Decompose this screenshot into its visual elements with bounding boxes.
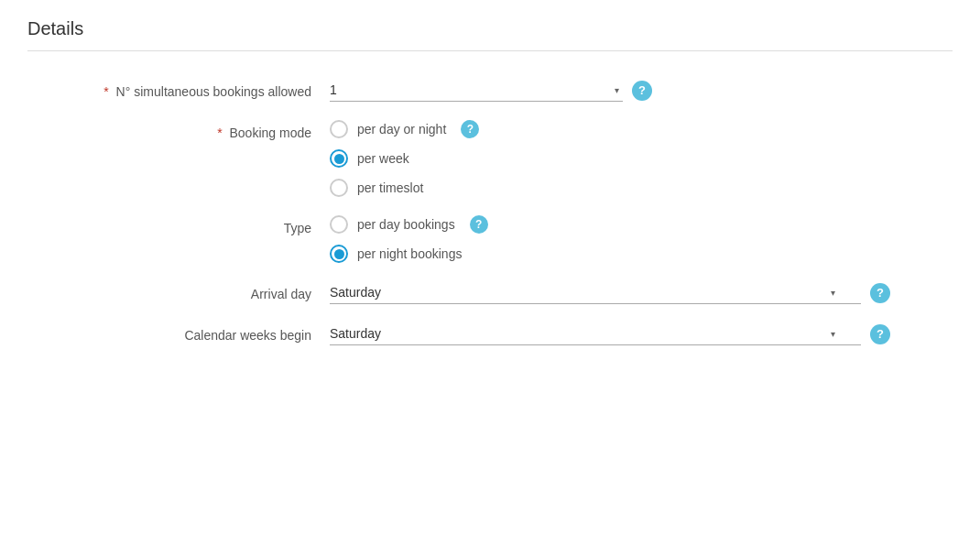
booking-mode-option-per-timeslot[interactable]: per timeslot [330,179,953,197]
simultaneous-bookings-field: 1 2 3 ▾ ? [330,79,953,102]
radio-per-day-bookings[interactable] [330,215,348,234]
radio-per-timeslot-label: per timeslot [357,180,423,195]
arrival-day-help-icon[interactable]: ? [870,283,890,303]
booking-mode-label: * Booking mode [27,120,330,140]
arrival-day-select[interactable]: Saturday Monday Tuesday Wednesday Thursd… [330,281,861,304]
booking-mode-row: * Booking mode per day or night ? per we… [27,120,953,197]
simultaneous-bookings-select[interactable]: 1 2 3 [330,79,623,102]
arrival-day-select-wrapper: Saturday Monday Tuesday Wednesday Thursd… [330,281,861,304]
per-day-bookings-help-icon[interactable]: ? [470,215,488,234]
radio-per-day-or-night-label: per day or night [357,122,446,136]
radio-per-timeslot[interactable] [330,179,348,197]
page-container: Details * N° simultaneous bookings allow… [0,0,980,382]
radio-per-day-or-night[interactable] [330,120,348,138]
calendar-weeks-select[interactable]: Saturday Monday Tuesday Wednesday Thursd… [330,322,861,345]
type-radio-group: per day bookings ? per night bookings [330,215,953,263]
type-label: Type [27,215,330,235]
arrival-day-label: Arrival day [27,281,330,301]
type-option-per-night-bookings[interactable]: per night bookings [330,245,953,263]
type-row: Type per day bookings ? per night bookin… [27,215,953,263]
radio-per-night-bookings-label: per night bookings [357,246,462,261]
simultaneous-bookings-row: * N° simultaneous bookings allowed 1 2 3… [27,79,953,102]
radio-per-day-bookings-label: per day bookings [357,217,455,232]
type-field: per day bookings ? per night bookings [330,215,953,263]
calendar-weeks-label: Calendar weeks begin [27,322,330,343]
radio-per-week[interactable] [330,149,348,168]
simultaneous-bookings-label: * N° simultaneous bookings allowed [27,79,330,99]
type-option-per-day-bookings[interactable]: per day bookings ? [330,215,953,234]
arrival-day-row: Arrival day Saturday Monday Tuesday Wedn… [27,281,953,304]
booking-mode-option-per-day-or-night[interactable]: per day or night ? [330,120,953,138]
radio-per-night-bookings[interactable] [330,245,348,263]
per-day-or-night-help-icon[interactable]: ? [461,120,479,138]
calendar-weeks-row: Calendar weeks begin Saturday Monday Tue… [27,322,953,345]
calendar-weeks-help-icon[interactable]: ? [870,324,890,344]
simultaneous-bookings-help-icon[interactable]: ? [632,81,652,101]
booking-mode-radio-group: per day or night ? per week per timeslot [330,120,953,197]
booking-mode-option-per-week[interactable]: per week [330,149,953,168]
required-star-2: * [217,126,222,140]
calendar-weeks-select-wrapper: Saturday Monday Tuesday Wednesday Thursd… [330,322,861,345]
required-star: * [103,84,108,99]
radio-per-week-label: per week [357,151,409,166]
page-title: Details [27,18,953,51]
calendar-weeks-field: Saturday Monday Tuesday Wednesday Thursd… [330,322,953,345]
arrival-day-field: Saturday Monday Tuesday Wednesday Thursd… [330,281,953,304]
booking-mode-field: per day or night ? per week per timeslot [330,120,953,197]
simultaneous-bookings-select-wrapper: 1 2 3 ▾ [330,79,623,102]
